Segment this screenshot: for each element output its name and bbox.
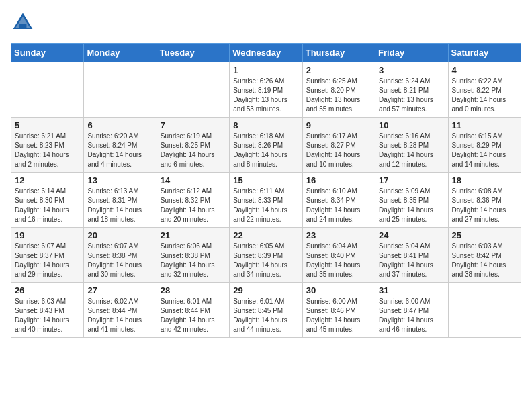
calendar-cell: 11Sunrise: 6:15 AMSunset: 8:29 PMDayligh… (448, 118, 521, 173)
day-info: Sunrise: 6:00 AMSunset: 8:47 PMDaylight:… (379, 297, 444, 334)
day-number: 22 (233, 230, 298, 240)
calendar-cell: 16Sunrise: 6:10 AMSunset: 8:34 PMDayligh… (302, 173, 375, 228)
calendar-cell: 22Sunrise: 6:05 AMSunset: 8:39 PMDayligh… (230, 228, 302, 283)
svg-rect-2 (19, 24, 27, 29)
calendar-cell (11, 62, 84, 118)
calendar-cell: 12Sunrise: 6:14 AMSunset: 8:30 PMDayligh… (11, 173, 84, 228)
day-number: 30 (306, 285, 371, 295)
calendar-cell: 25Sunrise: 6:03 AMSunset: 8:42 PMDayligh… (448, 228, 521, 283)
day-number: 26 (15, 285, 80, 295)
day-number: 17 (379, 175, 444, 185)
day-number: 12 (15, 175, 80, 185)
logo-icon (11, 11, 35, 35)
calendar-cell (84, 62, 157, 118)
day-number: 13 (87, 175, 152, 185)
weekday-header-monday: Monday (84, 44, 157, 62)
day-info: Sunrise: 6:03 AMSunset: 8:43 PMDaylight:… (15, 297, 80, 334)
weekday-header-wednesday: Wednesday (230, 44, 302, 62)
day-number: 25 (452, 230, 517, 240)
weekday-header-sunday: Sunday (11, 44, 84, 62)
calendar-cell: 4Sunrise: 6:22 AMSunset: 8:22 PMDaylight… (448, 62, 521, 118)
page-header (11, 11, 521, 35)
day-number: 20 (87, 230, 152, 240)
weekday-header-thursday: Thursday (302, 44, 375, 62)
calendar-cell: 3Sunrise: 6:24 AMSunset: 8:21 PMDaylight… (375, 62, 448, 118)
calendar-cell: 17Sunrise: 6:09 AMSunset: 8:35 PMDayligh… (375, 173, 448, 228)
calendar-cell: 19Sunrise: 6:07 AMSunset: 8:37 PMDayligh… (11, 228, 84, 283)
weekday-header-tuesday: Tuesday (157, 44, 229, 62)
day-number: 28 (161, 285, 226, 295)
day-info: Sunrise: 6:04 AMSunset: 8:41 PMDaylight:… (379, 242, 444, 279)
day-number: 23 (306, 230, 371, 240)
day-info: Sunrise: 6:08 AMSunset: 8:36 PMDaylight:… (452, 187, 517, 224)
week-row-4: 19Sunrise: 6:07 AMSunset: 8:37 PMDayligh… (11, 228, 521, 283)
day-info: Sunrise: 6:12 AMSunset: 8:32 PMDaylight:… (161, 187, 226, 224)
calendar-cell: 27Sunrise: 6:02 AMSunset: 8:44 PMDayligh… (84, 283, 157, 338)
day-info: Sunrise: 6:09 AMSunset: 8:35 PMDaylight:… (379, 187, 444, 224)
calendar-cell: 18Sunrise: 6:08 AMSunset: 8:36 PMDayligh… (448, 173, 521, 228)
calendar-cell: 26Sunrise: 6:03 AMSunset: 8:43 PMDayligh… (11, 283, 84, 338)
day-number: 10 (379, 120, 444, 130)
day-number: 8 (233, 120, 298, 130)
day-number: 3 (379, 65, 444, 75)
header-row: SundayMondayTuesdayWednesdayThursdayFrid… (11, 44, 521, 62)
day-number: 29 (233, 285, 298, 295)
day-number: 16 (306, 175, 371, 185)
day-info: Sunrise: 6:18 AMSunset: 8:26 PMDaylight:… (233, 132, 298, 169)
day-info: Sunrise: 6:16 AMSunset: 8:28 PMDaylight:… (379, 132, 444, 169)
calendar-cell: 24Sunrise: 6:04 AMSunset: 8:41 PMDayligh… (375, 228, 448, 283)
day-info: Sunrise: 6:20 AMSunset: 8:24 PMDaylight:… (87, 132, 152, 169)
calendar-cell: 29Sunrise: 6:01 AMSunset: 8:45 PMDayligh… (230, 283, 302, 338)
day-info: Sunrise: 6:01 AMSunset: 8:44 PMDaylight:… (161, 297, 226, 334)
day-number: 9 (306, 120, 371, 130)
day-info: Sunrise: 6:25 AMSunset: 8:20 PMDaylight:… (306, 77, 371, 114)
week-row-3: 12Sunrise: 6:14 AMSunset: 8:30 PMDayligh… (11, 173, 521, 228)
day-number: 1 (233, 65, 298, 75)
week-row-1: 1Sunrise: 6:26 AMSunset: 8:19 PMDaylight… (11, 62, 521, 118)
weekday-header-saturday: Saturday (448, 44, 521, 62)
day-number: 19 (15, 230, 80, 240)
day-info: Sunrise: 6:03 AMSunset: 8:42 PMDaylight:… (452, 242, 517, 279)
calendar-cell: 21Sunrise: 6:06 AMSunset: 8:38 PMDayligh… (157, 228, 229, 283)
logo (11, 11, 38, 35)
day-number: 27 (87, 285, 152, 295)
day-info: Sunrise: 6:13 AMSunset: 8:31 PMDaylight:… (87, 187, 152, 224)
day-number: 21 (161, 230, 226, 240)
day-number: 7 (161, 120, 226, 130)
calendar-cell: 13Sunrise: 6:13 AMSunset: 8:31 PMDayligh… (84, 173, 157, 228)
calendar-cell: 7Sunrise: 6:19 AMSunset: 8:25 PMDaylight… (157, 118, 229, 173)
week-row-2: 5Sunrise: 6:21 AMSunset: 8:23 PMDaylight… (11, 118, 521, 173)
day-number: 15 (233, 175, 298, 185)
day-number: 31 (379, 285, 444, 295)
day-number: 5 (15, 120, 80, 130)
day-number: 11 (452, 120, 517, 130)
calendar-cell: 28Sunrise: 6:01 AMSunset: 8:44 PMDayligh… (157, 283, 229, 338)
calendar-cell: 10Sunrise: 6:16 AMSunset: 8:28 PMDayligh… (375, 118, 448, 173)
calendar-cell: 23Sunrise: 6:04 AMSunset: 8:40 PMDayligh… (302, 228, 375, 283)
day-number: 6 (87, 120, 152, 130)
calendar-cell: 9Sunrise: 6:17 AMSunset: 8:27 PMDaylight… (302, 118, 375, 173)
day-number: 2 (306, 65, 371, 75)
day-info: Sunrise: 6:02 AMSunset: 8:44 PMDaylight:… (87, 297, 152, 334)
day-info: Sunrise: 6:10 AMSunset: 8:34 PMDaylight:… (306, 187, 371, 224)
day-info: Sunrise: 6:21 AMSunset: 8:23 PMDaylight:… (15, 132, 80, 169)
calendar-cell: 1Sunrise: 6:26 AMSunset: 8:19 PMDaylight… (230, 62, 302, 118)
day-info: Sunrise: 6:07 AMSunset: 8:37 PMDaylight:… (15, 242, 80, 279)
day-number: 4 (452, 65, 517, 75)
weekday-header-friday: Friday (375, 44, 448, 62)
day-number: 18 (452, 175, 517, 185)
calendar-cell: 6Sunrise: 6:20 AMSunset: 8:24 PMDaylight… (84, 118, 157, 173)
week-row-5: 26Sunrise: 6:03 AMSunset: 8:43 PMDayligh… (11, 283, 521, 338)
day-info: Sunrise: 6:17 AMSunset: 8:27 PMDaylight:… (306, 132, 371, 169)
day-info: Sunrise: 6:07 AMSunset: 8:38 PMDaylight:… (87, 242, 152, 279)
calendar-cell: 31Sunrise: 6:00 AMSunset: 8:47 PMDayligh… (375, 283, 448, 338)
calendar-cell: 2Sunrise: 6:25 AMSunset: 8:20 PMDaylight… (302, 62, 375, 118)
day-info: Sunrise: 6:14 AMSunset: 8:30 PMDaylight:… (15, 187, 80, 224)
day-info: Sunrise: 6:22 AMSunset: 8:22 PMDaylight:… (452, 77, 517, 114)
calendar-cell: 15Sunrise: 6:11 AMSunset: 8:33 PMDayligh… (230, 173, 302, 228)
calendar-cell (448, 283, 521, 338)
day-info: Sunrise: 6:04 AMSunset: 8:40 PMDaylight:… (306, 242, 371, 279)
day-info: Sunrise: 6:24 AMSunset: 8:21 PMDaylight:… (379, 77, 444, 114)
calendar-header: SundayMondayTuesdayWednesdayThursdayFrid… (11, 44, 521, 62)
day-info: Sunrise: 6:26 AMSunset: 8:19 PMDaylight:… (233, 77, 298, 114)
